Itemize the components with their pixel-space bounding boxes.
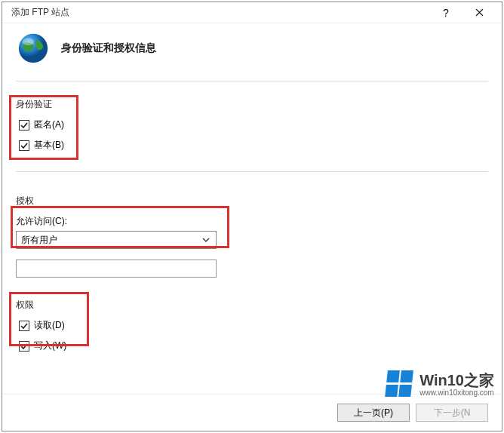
next-button[interactable]: 下一步(N: [416, 404, 488, 422]
write-label: 写入(W): [34, 339, 66, 352]
divider: [16, 171, 488, 172]
globe-icon: [16, 31, 51, 66]
window-title: 添加 FTP 站点: [11, 6, 429, 19]
chevron-down-icon: [201, 238, 211, 242]
checkbox-icon: [19, 140, 29, 151]
combobox-value: 所有用户: [21, 234, 201, 247]
authz-section-label: 授权: [16, 195, 488, 207]
close-button[interactable]: [463, 2, 496, 23]
users-textbox[interactable]: [16, 259, 217, 278]
header: 身份验证和授权信息: [2, 23, 502, 81]
checkbox-icon: [19, 341, 29, 352]
permissions-section: 权限 读取(D) 写入(W): [16, 299, 488, 352]
footer: 上一页(P) 下一步(N: [2, 394, 502, 431]
previous-button[interactable]: 上一页(P): [337, 404, 410, 422]
dialog-window: 添加 FTP 站点 ? 身份验证和授权信息 身份验证: [2, 2, 502, 431]
anonymous-label: 匿名(A): [34, 118, 64, 131]
help-button[interactable]: ?: [429, 2, 463, 23]
authentication-section: 身份验证 匿名(A) 基本(B): [16, 98, 488, 152]
page-title: 身份验证和授权信息: [61, 41, 156, 55]
allow-access-label: 允许访问(C):: [16, 215, 488, 228]
close-icon: [475, 8, 484, 17]
auth-section-label: 身份验证: [16, 98, 488, 111]
svg-point-1: [23, 38, 34, 46]
allow-access-combobox[interactable]: 所有用户: [16, 231, 217, 249]
checkbox-icon: [19, 120, 29, 131]
perms-section-label: 权限: [16, 299, 488, 312]
basic-checkbox-row[interactable]: 基本(B): [16, 139, 488, 152]
content-area: 身份验证 匿名(A) 基本(B) 授权 允许访问(C): 所有用户: [2, 81, 502, 394]
read-checkbox-row[interactable]: 读取(D): [16, 319, 488, 332]
anonymous-checkbox-row[interactable]: 匿名(A): [16, 118, 488, 131]
read-label: 读取(D): [34, 319, 65, 332]
write-checkbox-row[interactable]: 写入(W): [16, 339, 488, 352]
basic-label: 基本(B): [34, 139, 64, 152]
authorization-section: 授权 允许访问(C): 所有用户: [16, 195, 488, 278]
checkbox-icon: [19, 321, 29, 331]
help-icon: ?: [443, 7, 449, 19]
titlebar: 添加 FTP 站点 ?: [2, 2, 502, 23]
